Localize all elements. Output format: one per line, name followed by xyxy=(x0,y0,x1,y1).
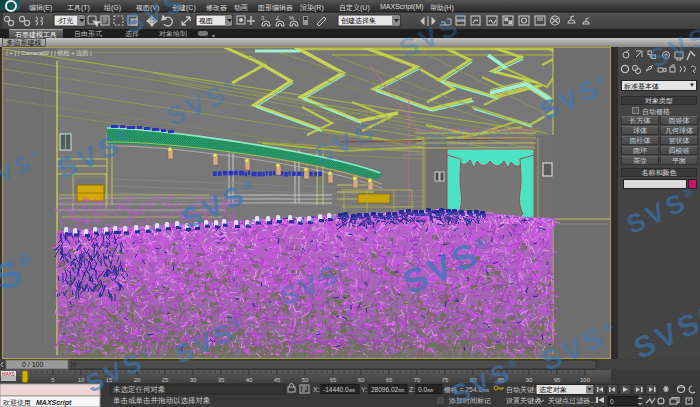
svg-text:28096.02㎜: 28096.02㎜ xyxy=(371,386,405,393)
svg-text:30: 30 xyxy=(190,377,197,383)
svg-text:关键点过滤器...: 关键点过滤器... xyxy=(548,396,596,405)
svg-text:设置关键点: 设置关键点 xyxy=(506,396,541,405)
svg-text:-灯光: -灯光 xyxy=(57,17,73,25)
svg-text:0: 0 xyxy=(610,398,614,405)
svg-text:0 / 100: 0 / 100 xyxy=(22,361,44,368)
svg-text:80: 80 xyxy=(470,377,477,383)
svg-text:∠: ∠ xyxy=(275,15,280,21)
svg-text:70: 70 xyxy=(414,377,421,383)
svg-text:95: 95 xyxy=(554,377,561,383)
svg-text:MAXS: MAXS xyxy=(2,372,15,377)
svg-text:栅格 = 254.0㎜: 栅格 = 254.0㎜ xyxy=(444,386,489,394)
svg-text:MAXScript: MAXScript xyxy=(36,399,72,407)
svg-text:85: 85 xyxy=(498,377,505,383)
svg-text:0.0㎜: 0.0㎜ xyxy=(418,386,434,393)
svg-text:-14440.0㎜: -14440.0㎜ xyxy=(323,386,355,393)
svg-text:100: 100 xyxy=(580,377,591,383)
svg-text:[ + ] [ Camera02 ] [ 线框 + 边面 ]: [ + ] [ Camera02 ] [ 线框 + 边面 ] xyxy=(6,49,92,57)
svg-text:15: 15 xyxy=(106,377,113,383)
svg-text:欢迎使用: 欢迎使用 xyxy=(3,399,31,407)
svg-text:单击或单击并拖动以选择对象: 单击或单击并拖动以选择对象 xyxy=(113,396,211,405)
svg-text:90: 90 xyxy=(526,377,533,383)
svg-text:创建选择集: 创建选择集 xyxy=(341,17,376,25)
svg-text:25: 25 xyxy=(162,377,169,383)
svg-text:视图: 视图 xyxy=(199,17,213,25)
svg-text:选定对象: 选定对象 xyxy=(539,386,567,394)
svg-text:35: 35 xyxy=(218,377,225,383)
svg-text:60: 60 xyxy=(358,377,365,383)
svg-text:65: 65 xyxy=(386,377,393,383)
svg-text:添加时间标记: 添加时间标记 xyxy=(448,397,491,405)
svg-text:75: 75 xyxy=(442,377,449,383)
svg-text:Y:: Y: xyxy=(361,386,367,393)
svg-text:X:: X: xyxy=(313,386,320,393)
svg-text:未选定任何对象: 未选定任何对象 xyxy=(113,385,166,394)
svg-text:20: 20 xyxy=(134,377,141,383)
svg-text:3: 3 xyxy=(261,15,265,21)
svg-text:Z:: Z: xyxy=(409,386,415,393)
svg-text:10: 10 xyxy=(78,377,85,383)
svg-text:40: 40 xyxy=(246,377,253,383)
svg-text:%: % xyxy=(289,15,295,21)
svg-text:50: 50 xyxy=(302,377,309,383)
svg-text:45: 45 xyxy=(274,377,281,383)
svg-text:55: 55 xyxy=(330,377,337,383)
